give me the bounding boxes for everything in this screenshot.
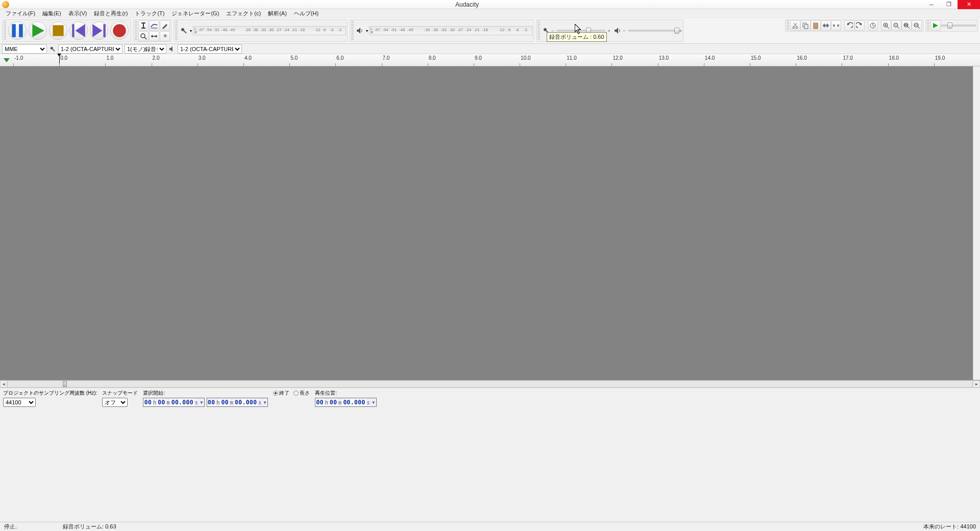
- recording-device-select[interactable]: 1-2 (OCTA-CAPTURE): [58, 44, 122, 54]
- vertical-scrollbar[interactable]: [973, 66, 980, 380]
- length-radio[interactable]: 長さ: [293, 390, 310, 397]
- sync-lock-button[interactable]: [868, 20, 878, 31]
- cut-button[interactable]: [790, 20, 800, 31]
- volume-tooltip: 録音ボリューム : 0.60: [547, 32, 607, 42]
- status-actual-rate: 本来のレート: 44100: [923, 523, 976, 530]
- menu-effect[interactable]: エフェクト(c): [223, 10, 264, 17]
- selection-start-time[interactable]: 00h 00m 00.000s▾: [143, 398, 204, 407]
- horizontal-scrollbar[interactable]: ◂ ▸: [0, 380, 980, 388]
- maximize-button[interactable]: ❐: [940, 0, 958, 9]
- close-button[interactable]: ✕: [958, 0, 980, 9]
- project-rate-select[interactable]: 44100: [3, 398, 36, 407]
- toolbar-grip[interactable]: [4, 21, 6, 40]
- pin-play-head[interactable]: [0, 54, 13, 66]
- svg-line-47: [897, 27, 899, 29]
- recording-channels-select[interactable]: 1(モノ)録音チャン: [125, 44, 166, 54]
- svg-marker-20: [357, 28, 360, 34]
- timeline-ruler[interactable]: -1.00.01.02.03.04.05.06.07.08.09.010.011…: [0, 54, 980, 66]
- play-button[interactable]: [29, 21, 47, 40]
- meter-dropdown-icon[interactable]: ▾: [366, 29, 368, 33]
- tracks-area[interactable]: [0, 66, 980, 380]
- menu-transport[interactable]: 録音と再生(r): [90, 10, 131, 17]
- playback-meter-toolbar: ▾ LR -57-54-51-48-45-39-36-33-30-27-24-2…: [350, 19, 534, 42]
- svg-marker-17: [156, 35, 157, 38]
- svg-point-13: [141, 34, 145, 38]
- stop-button[interactable]: [49, 21, 67, 40]
- menu-view[interactable]: 表示(V): [65, 10, 91, 17]
- toolbar-grip[interactable]: [927, 20, 929, 31]
- svg-line-53: [918, 27, 920, 29]
- selection-tool[interactable]: [138, 20, 149, 31]
- speaker-icon: [612, 26, 623, 36]
- redo-button[interactable]: [854, 20, 865, 31]
- toolbar-grip[interactable]: [351, 21, 354, 40]
- svg-line-19: [184, 31, 186, 33]
- pause-button[interactable]: [8, 21, 27, 40]
- status-bar: 停止. 録音ボリューム: 0.63 本来のレート: 44100: [0, 522, 980, 531]
- toolbar-grip[interactable]: [537, 21, 540, 40]
- timeshift-tool[interactable]: [149, 31, 159, 41]
- svg-rect-0: [12, 24, 15, 37]
- toolbar-area: ✳ ▾ LR -57-54-51-48-45-39-36-33-30-27-24…: [0, 17, 980, 44]
- fit-project-button[interactable]: [912, 20, 922, 31]
- scroll-right-button[interactable]: ▸: [973, 380, 980, 388]
- minimize-button[interactable]: ─: [923, 0, 940, 9]
- selection-start-label: 選択開始:: [143, 390, 268, 397]
- skip-start-button[interactable]: [69, 21, 88, 40]
- menu-tracks[interactable]: トラック(T): [131, 10, 168, 17]
- audio-position-time[interactable]: 00h 00m 00.000s▾: [315, 398, 376, 407]
- draw-tool[interactable]: [160, 20, 170, 31]
- menu-edit[interactable]: 編集(E): [39, 10, 65, 17]
- snap-to-label: スナップモード: [102, 390, 138, 397]
- menu-bar: ファイル(F) 編集(E) 表示(V) 録音と再生(r) トラック(T) ジェネ…: [0, 9, 980, 17]
- tools-toolbar: ✳: [133, 19, 172, 42]
- meter-dropdown-icon[interactable]: ▾: [190, 29, 192, 33]
- project-rate-label: プロジェクトのサンプリング周波数 (Hz):: [3, 390, 97, 397]
- toolbar-grip[interactable]: [787, 20, 789, 31]
- play-at-speed-button[interactable]: [930, 20, 941, 31]
- playback-speed-slider[interactable]: [941, 25, 976, 27]
- fit-selection-button[interactable]: [901, 20, 912, 31]
- menu-generate[interactable]: ジェネレーター(G): [168, 10, 223, 17]
- snap-to-select[interactable]: オフ: [102, 398, 128, 407]
- toolbar-grip[interactable]: [135, 21, 137, 40]
- copy-button[interactable]: [800, 20, 811, 31]
- speaker-icon[interactable]: [355, 26, 365, 36]
- skip-end-button[interactable]: [90, 21, 108, 40]
- edit-toolbar: [785, 19, 923, 32]
- record-button[interactable]: [110, 21, 129, 40]
- playback-volume-slider[interactable]: − +: [623, 28, 682, 34]
- end-radio[interactable]: 終了: [273, 390, 289, 397]
- silence-button[interactable]: [831, 20, 841, 31]
- zoom-out-button[interactable]: [891, 20, 901, 31]
- zoom-in-button[interactable]: [881, 20, 891, 31]
- audio-host-select[interactable]: MME: [2, 44, 47, 54]
- mic-icon: [49, 45, 56, 53]
- svg-point-8: [113, 24, 126, 37]
- mic-icon[interactable]: [179, 26, 189, 36]
- svg-rect-36: [835, 25, 837, 27]
- paste-button[interactable]: [811, 20, 821, 31]
- play-head-triangle-icon: [4, 58, 10, 62]
- undo-button[interactable]: [844, 20, 854, 31]
- meter-lr-label: LR: [193, 27, 198, 34]
- svg-line-41: [873, 26, 874, 27]
- menu-help[interactable]: ヘルプ(H): [290, 10, 322, 17]
- playback-meter[interactable]: LR -57-54-51-48-45-39-36-33-30-27-24-21-…: [369, 26, 532, 35]
- recording-meter[interactable]: LR -57-54-51-48-45-39-36-33-30-27-24-21-…: [193, 26, 346, 35]
- zoom-tool[interactable]: [138, 31, 149, 41]
- scrollbar-thumb[interactable]: [63, 381, 67, 387]
- envelope-tool[interactable]: [149, 20, 159, 31]
- svg-rect-3: [53, 25, 63, 36]
- selection-end-time[interactable]: 00h 00m 00.000s▾: [207, 398, 268, 407]
- status-state: 停止.: [4, 523, 17, 530]
- playback-device-select[interactable]: 1-2 (OCTA-CAPTURE): [178, 44, 242, 54]
- scroll-left-button[interactable]: ◂: [0, 380, 7, 388]
- menu-file[interactable]: ファイル(F): [2, 10, 39, 17]
- menu-analyze[interactable]: 解析(A): [264, 10, 290, 17]
- speaker-icon: [168, 45, 176, 53]
- multi-tool[interactable]: ✳: [160, 31, 170, 41]
- svg-line-43: [887, 27, 889, 29]
- trim-button[interactable]: [821, 20, 831, 31]
- toolbar-grip[interactable]: [175, 21, 178, 40]
